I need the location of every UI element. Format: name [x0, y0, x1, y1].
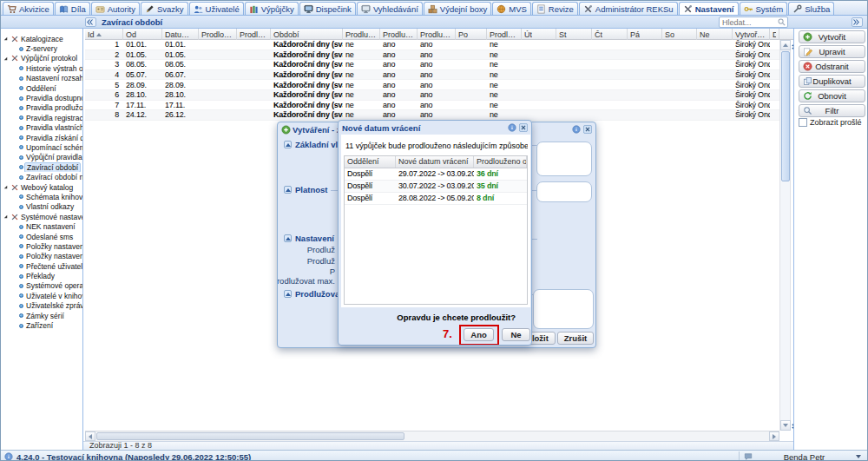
- tree-item-uzivatelske-zpravy[interactable]: Uživatelské zprávy: [1, 301, 82, 311]
- tree-item-preklady[interactable]: Překlady: [1, 271, 82, 280]
- vertical-scrollbar[interactable]: [779, 40, 791, 431]
- tree-item-zarizeni[interactable]: Zařízení: [1, 320, 82, 330]
- tree-item-z-servery[interactable]: Z-servery: [1, 43, 82, 53]
- tree-item-historie-vystrah-ochrannych-br[interactable]: Historie výstrah ochranných br: [1, 63, 82, 73]
- column-header-prodluzovat-8[interactable]: Prodlužovat: [418, 29, 456, 40]
- vytvorit-button[interactable]: Vytvořit: [799, 30, 865, 43]
- tree-item-zaviraci-obdobi-na-oddeleni[interactable]: Zavírací období na oddělení: [1, 172, 82, 181]
- info-icon[interactable]: [508, 123, 516, 132]
- tree-item-nastaveni-rozsahu-serii[interactable]: Nastavení rozsahu sérií: [1, 74, 82, 83]
- tree-item-pravidla-dostupnosti[interactable]: Pravidla dostupností: [1, 93, 82, 102]
- column-header-oddeleni[interactable]: Oddělení: [345, 156, 396, 168]
- info-icon[interactable]: [572, 125, 581, 134]
- scroll-down-icon[interactable]: [780, 420, 791, 431]
- tree-section-systemove-nastaveni[interactable]: Systémové nastavení: [1, 212, 82, 221]
- cancel-button[interactable]: Zrušit: [557, 332, 594, 345]
- column-header-prodluzovat-10[interactable]: Prodlužovat: [487, 29, 522, 40]
- tree-item-oddeleni[interactable]: Oddělení: [1, 83, 82, 93]
- search-icon[interactable]: [777, 17, 786, 27]
- upravit-button[interactable]: Upravit: [799, 45, 865, 58]
- tab-autority[interactable]: Autority: [91, 2, 140, 15]
- grid-row[interactable]: Dospělí30.07.2022 -> 03.09.202235 dní: [345, 181, 527, 193]
- column-header-ne-16[interactable]: Ne: [697, 29, 733, 40]
- column-header-ut-11[interactable]: Út: [522, 29, 556, 40]
- tab-vyhledavani[interactable]: Vyhledávání: [357, 2, 423, 15]
- tree-item-systemove-operace[interactable]: Systémové operace: [1, 281, 82, 291]
- tab-uzivatele[interactable]: Uživatelé: [189, 2, 244, 15]
- grid-row[interactable]: 528.09.28.09.Každoroční dny (svátky)nean…: [85, 80, 779, 90]
- obnovit-button[interactable]: Obnovit: [799, 89, 865, 102]
- grid-row[interactable]: 201.05.01.05.Každoroční dny (svátky)nean…: [85, 50, 779, 61]
- collapse-sidebar-icon[interactable]: [85, 17, 96, 27]
- tree-item-vlastni-odkazy[interactable]: Vlastní odkazy: [1, 202, 82, 212]
- column-header-datum-do-2[interactable]: Datum do: [162, 29, 199, 40]
- column-header-prodluzovat-7[interactable]: Prodlužovat: [380, 29, 418, 40]
- column-header-nove-datum-vraceni[interactable]: Nové datum vrácení: [396, 156, 474, 168]
- scroll-thumb-horizontal[interactable]: [96, 432, 404, 440]
- tree-item-vypujcni-pravidla[interactable]: Výpůjční pravidla: [1, 153, 82, 162]
- tree-item-pravidla-ziskani-dokumentu[interactable]: Pravidla získání dokumentu: [1, 133, 82, 142]
- tree-item-upominaci-schema[interactable]: Upomínací schéma: [1, 142, 82, 152]
- checkbox-icon[interactable]: [799, 118, 807, 127]
- column-header-obdobi-5[interactable]: Období: [271, 29, 343, 40]
- grid-row[interactable]: Dospělí29.07.2022 -> 03.09.202236 dní: [345, 168, 527, 181]
- show-expired-checkbox[interactable]: Zobrazit prošlé: [799, 118, 862, 127]
- tree-item-uzivatele-v-knihovne[interactable]: Uživatelé v knihovně: [1, 291, 82, 300]
- tree-item-schemata-knihovny[interactable]: Schémata knihovny: [1, 192, 82, 201]
- close-icon[interactable]: [583, 125, 592, 134]
- grid-row[interactable]: 308.05.08.05.Každoroční dny (svátky)nean…: [85, 60, 779, 70]
- grid-row[interactable]: 405.07.06.07.Každoroční dny (svátky)nean…: [85, 70, 779, 81]
- column-header-prodlouzit-od-3[interactable]: Prodloužit od: [199, 29, 237, 40]
- filtr-button[interactable]: Filtr: [799, 104, 865, 117]
- tree-item-odeslane-sms[interactable]: Odeslané sms: [1, 232, 82, 241]
- grid-row[interactable]: 101.01.01.01.Každoroční dny (svátky)nean…: [85, 40, 779, 50]
- tab-sluzba[interactable]: Služba: [788, 2, 834, 15]
- tab-vydejni-boxy[interactable]: Výdejní boxy: [424, 2, 491, 15]
- horizontal-scrollbar[interactable]: [85, 431, 779, 441]
- user-menu[interactable]: Benda Petr: [739, 451, 865, 461]
- grid-row[interactable]: 628.10.28.10.Každoroční dny (svátky)nean…: [85, 90, 779, 101]
- tree-section-katalogizace[interactable]: Katalogizace: [1, 34, 82, 43]
- grid-row[interactable]: Dospělí28.08.2022 -> 05.09.20228 dní: [345, 193, 527, 205]
- no-button[interactable]: Ne: [502, 328, 530, 341]
- tree-item-nek-nastaveni[interactable]: NEK nastavení: [1, 221, 82, 231]
- column-header-so-15[interactable]: So: [662, 29, 697, 40]
- column-header-pa-14[interactable]: Pá: [628, 29, 662, 40]
- column-header-id-0[interactable]: Id: [85, 29, 123, 40]
- tab-administrator-reksu[interactable]: Administrátor REKSu: [579, 2, 678, 15]
- search-input[interactable]: [720, 18, 777, 27]
- column-header-ct-13[interactable]: Čt: [592, 29, 628, 40]
- scroll-right-icon[interactable]: [769, 431, 779, 441]
- column-header-st-12[interactable]: St: [556, 29, 592, 40]
- tree-section-webovy-katalog[interactable]: Webový katalog: [1, 182, 82, 192]
- tab-system[interactable]: Systém: [740, 2, 788, 15]
- tab-akvizice[interactable]: Akvizice: [3, 2, 54, 15]
- tree-item-zamky-serii[interactable]: Zámky sérií: [1, 311, 82, 320]
- tab-mvs[interactable]: MVS: [492, 2, 531, 15]
- tree-item-polozky-nastaveni[interactable]: Položky nastavení: [1, 241, 82, 251]
- tree-item-prectene-uzivatelske-zpravy[interactable]: Přečtené uživatelské zprávy: [1, 261, 82, 271]
- scroll-left-icon[interactable]: [85, 431, 95, 441]
- grid-row[interactable]: 824.12.26.12.Každoroční dny (svátky)nean…: [85, 110, 779, 121]
- tree-item-pravidla-prodluzovani[interactable]: Pravidla prodlužování: [1, 103, 82, 113]
- tree-section-vypujcni-protokol[interactable]: Výpůjční protokol: [1, 54, 82, 63]
- column-header-po-9[interactable]: Po: [456, 29, 487, 40]
- tree-item-zaviraci-obdobi[interactable]: Zavírací období: [1, 162, 82, 172]
- tab-nastaveni[interactable]: Nastavení: [679, 2, 739, 15]
- column-header-dat-18[interactable]: Dat: [770, 29, 779, 40]
- column-header-vytvoreno-u-17[interactable]: Vytvořeno u: [733, 29, 770, 40]
- scroll-thumb[interactable]: [781, 51, 790, 181]
- duplikovat-button[interactable]: Duplikovat: [799, 75, 865, 88]
- tree-item-pravidla-registraci[interactable]: Pravidla registrací: [1, 113, 82, 122]
- column-header-prodlouzeno-o[interactable]: Prodlouženo o..: [474, 156, 527, 168]
- collapse-right-icon[interactable]: [852, 17, 863, 27]
- tree-item-pravidla-vlastnich-poplatku[interactable]: Pravidla vlastních poplatků: [1, 123, 82, 133]
- close-icon[interactable]: [519, 123, 528, 132]
- column-header-prodlouzit-do-4[interactable]: Prodloužit do: [237, 29, 271, 40]
- tab-dispecink[interactable]: Dispečink: [299, 2, 356, 15]
- tab-revize[interactable]: Revize: [532, 2, 578, 15]
- column-header-od-1[interactable]: Od: [123, 29, 162, 40]
- column-header-prodluzovat-6[interactable]: Prodlužovat: [343, 29, 380, 40]
- tab-dila[interactable]: Díla: [55, 2, 90, 15]
- tree-item-polozky-nastaveni-pro-zarize[interactable]: Položky nastavení pro zaříze: [1, 252, 82, 261]
